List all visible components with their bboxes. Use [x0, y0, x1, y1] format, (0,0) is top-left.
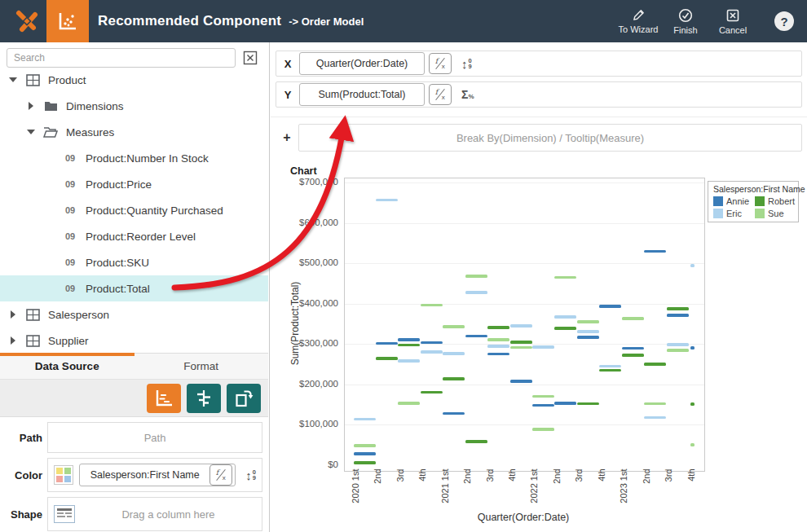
color-label: Color — [0, 469, 47, 481]
finish-button[interactable]: Finish — [662, 0, 709, 42]
legend-swatch — [755, 196, 765, 206]
scatter-plot-icon — [153, 388, 174, 409]
y-field-chip[interactable]: Sum(Product:Total) — [299, 83, 425, 106]
scatter-plot-button[interactable] — [147, 384, 181, 413]
x-tick-label: 3rd — [574, 469, 584, 517]
chart-mark-robert — [354, 461, 376, 464]
page-title: Recommended Component — [98, 13, 281, 29]
header-bar: Recommended Component -> Order Model To … — [0, 0, 807, 42]
y-field-value: Sum(Product:Total) — [300, 89, 424, 100]
sidebar-tabs: Data Source Format — [0, 353, 268, 380]
add-field-button[interactable]: + — [276, 130, 298, 145]
fx-icon: f x — [432, 56, 448, 71]
tab-format[interactable]: Format — [134, 354, 269, 379]
caret-right-icon[interactable] — [26, 102, 36, 110]
chart-mark-sue — [532, 395, 554, 398]
legend-swatch — [713, 196, 723, 206]
to-wizard-button[interactable]: To Wizard — [615, 0, 662, 42]
caret-down-icon[interactable] — [8, 77, 18, 82]
caret-right-icon[interactable] — [8, 336, 18, 345]
tree-item-label: Dimensions — [66, 100, 124, 112]
gridline — [345, 263, 704, 264]
legend-item-annie[interactable]: Annie — [713, 196, 753, 206]
tree-item-dimensions[interactable]: Dimensions — [0, 93, 268, 119]
tree-item-product-number-in-stock[interactable]: 09Product:Number In Stock — [0, 145, 268, 171]
y-fx-button[interactable]: f x — [429, 84, 452, 105]
legend-item-robert[interactable]: Robert — [755, 196, 795, 206]
color-field-chip[interactable]: Salesperson:First Name f x — [79, 464, 236, 486]
search-input[interactable] — [7, 48, 236, 68]
color-sort-button[interactable]: ↕ 09 — [245, 469, 256, 481]
chart-mark-eric — [599, 365, 621, 368]
chart-mark-sue — [487, 338, 509, 341]
chart-mark-robert — [487, 326, 509, 329]
page-subtitle: -> Order Model — [289, 15, 364, 28]
shape-input[interactable] — [81, 508, 256, 521]
cancel-label: Cancel — [719, 25, 747, 35]
chart-mark-annie — [443, 412, 465, 415]
chart-mark-robert — [510, 341, 532, 344]
y-aggregate-button[interactable]: Σ% — [461, 88, 474, 101]
chart-mark-annie — [554, 402, 576, 405]
shape-dropzone[interactable] — [47, 497, 262, 531]
tree-item-product-reorder-level[interactable]: 09Product:Reorder Level — [0, 223, 268, 249]
x-tick-label: 4th — [507, 469, 518, 517]
path-input[interactable] — [54, 431, 256, 445]
center-axis-button[interactable] — [187, 384, 221, 413]
chart-mark-eric — [532, 345, 554, 349]
tab-data-source[interactable]: Data Source — [0, 354, 134, 379]
tree-item-product-price[interactable]: 09Product:Price — [0, 171, 268, 197]
tree-item-label: Product:SKU — [86, 257, 149, 269]
chart-mark-eric — [554, 315, 576, 319]
tree-item-measures[interactable]: Measures — [0, 119, 268, 145]
clear-search-button[interactable] — [241, 49, 259, 67]
tree-item-salesperson[interactable]: Salesperson — [0, 301, 268, 328]
help-button[interactable]: ? — [774, 11, 794, 31]
chart-mark-eric — [577, 330, 599, 333]
legend-title: Salesperson:First Name — [713, 184, 795, 194]
component-type-button[interactable] — [46, 0, 89, 42]
path-dropzone[interactable] — [47, 422, 262, 453]
color-fx-button[interactable]: f x — [209, 464, 232, 486]
tree-item-product[interactable]: Product — [0, 67, 268, 93]
caret-down-icon[interactable] — [26, 130, 36, 134]
plot-area[interactable] — [344, 178, 705, 472]
chart-mark-sue — [510, 346, 532, 350]
numeric-icon: 09 — [62, 205, 78, 215]
legend-item-sue[interactable]: Sue — [755, 209, 795, 218]
break-by-dropzone[interactable]: Break By(Dimension) / Tooltip(Measure) — [298, 124, 802, 152]
chart-mark-sue — [354, 444, 376, 447]
svg-text:x: x — [442, 94, 445, 101]
rotate-component-button[interactable] — [227, 384, 261, 413]
path-label: Path — [0, 432, 47, 444]
x-field-chip[interactable]: Quarter(Order:Date) — [299, 52, 425, 75]
svg-text:x: x — [442, 63, 445, 70]
cancel-button[interactable]: Cancel — [709, 0, 756, 42]
tree-item-label: Product:Number In Stock — [86, 152, 209, 165]
chart-mark-robert — [667, 307, 689, 310]
app-logo-icon — [13, 7, 41, 35]
center-axis-icon — [193, 388, 214, 409]
tree-item-label: Product:Reorder Level — [86, 231, 196, 243]
x-sort-button[interactable]: ↕ 09 — [461, 58, 472, 70]
chart-mark-eric — [667, 343, 689, 346]
chart-mark-sue — [443, 325, 465, 328]
legend-swatch — [713, 209, 723, 218]
chart-mark-eric — [443, 352, 465, 355]
data-source-tree: ProductDimensionsMeasures09Product:Numbe… — [0, 67, 268, 354]
tree-item-supplier[interactable]: Supplier — [0, 328, 268, 354]
chart-mark-annie — [487, 353, 509, 356]
chart-type-buttons — [0, 380, 268, 417]
gridline — [345, 182, 704, 183]
caret-right-icon[interactable] — [8, 310, 18, 319]
chart-mark-eric — [398, 359, 420, 363]
legend-item-eric[interactable]: Eric — [713, 209, 753, 218]
chart-mark-robert — [577, 402, 599, 406]
y-tick-label: $600,000 — [273, 218, 338, 227]
tree-item-product-quantity-purchased[interactable]: 09Product:Quantity Purchased — [0, 197, 268, 223]
tree-item-product-sku[interactable]: 09Product:SKU — [0, 249, 268, 275]
tree-item-product-total[interactable]: 09Product:Total — [0, 275, 268, 301]
color-dropzone[interactable]: Salesperson:First Name f x ↕ 09 — [47, 458, 262, 492]
svg-text:x: x — [223, 474, 226, 481]
x-fx-button[interactable]: f x — [429, 53, 452, 74]
